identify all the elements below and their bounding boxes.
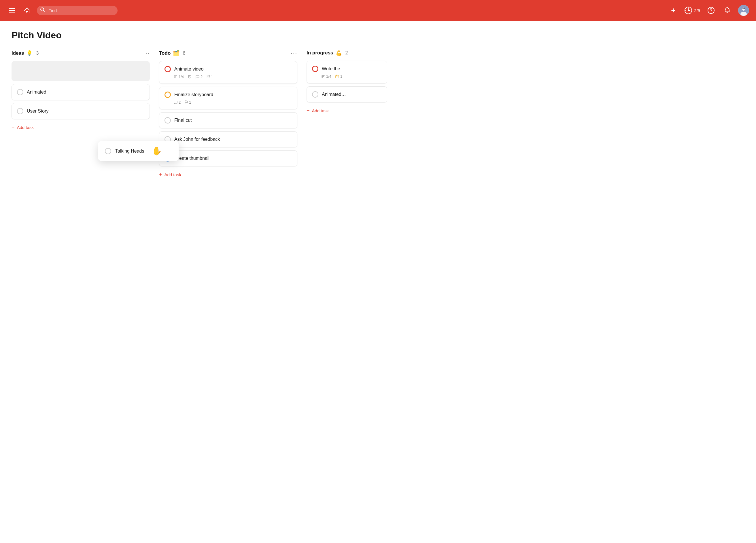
task-row: Ask John for feedback xyxy=(165,136,292,143)
meta-comments-finalize: 2 xyxy=(174,100,181,105)
meta-subtask-write: 1/4 xyxy=(321,74,331,79)
task-card-user-story[interactable]: User Story xyxy=(12,103,150,119)
task-row: Animate video xyxy=(165,66,292,72)
meta-flags: 1 xyxy=(207,75,213,79)
placeholder-card xyxy=(12,61,150,81)
column-menu-todo[interactable]: ··· xyxy=(291,50,297,56)
svg-rect-1 xyxy=(9,10,15,11)
notifications-button[interactable] xyxy=(722,5,732,16)
svg-point-11 xyxy=(742,8,744,9)
nav-left xyxy=(7,5,664,16)
status-circle-red[interactable] xyxy=(165,66,171,72)
column-count-todo: 6 xyxy=(183,51,185,56)
search-input[interactable] xyxy=(37,6,118,15)
drag-tooltip-task-name: Talking Heads xyxy=(115,149,144,154)
help-button[interactable] xyxy=(706,5,716,16)
column-ideas: Ideas 💡 3 ··· Animated User Story xyxy=(12,50,150,133)
column-header-ideas: Ideas 💡 3 ··· xyxy=(12,50,150,56)
task-meta-finalize: 2 1 xyxy=(165,100,292,105)
page-title: Pitch Video xyxy=(12,30,744,41)
column-title-ideas: Ideas xyxy=(12,50,24,56)
add-task-ideas[interactable]: + Add task xyxy=(12,122,150,133)
task-meta-write: 1/4 1 xyxy=(312,74,382,79)
column-todo: Todo 🗂️ 6 ··· Animate video 1/4 xyxy=(159,50,297,180)
column-in-progress: In progress 💪 2 Write the… 1/4 xyxy=(307,50,387,116)
task-card-create-thumbnail[interactable]: Create thumbnail xyxy=(159,150,297,167)
task-row: User Story xyxy=(17,108,144,114)
add-task-label: Add task xyxy=(17,125,34,130)
status-circle-orange[interactable] xyxy=(165,92,171,98)
task-name-finalize-storyboard: Finalize storyboard xyxy=(174,92,213,97)
main-content: Pitch Video Ideas 💡 3 ··· Animated xyxy=(0,21,756,543)
add-task-plus-icon: + xyxy=(307,108,310,114)
drag-cursor-icon: ✋ xyxy=(152,146,162,156)
search-wrap xyxy=(37,6,118,15)
column-emoji-todo: 🗂️ xyxy=(173,50,179,56)
column-header-inprog: In progress 💪 2 xyxy=(307,50,387,56)
home-icon[interactable] xyxy=(22,5,32,16)
task-row: Create thumbnail xyxy=(165,155,292,162)
task-row: Write the… xyxy=(312,66,382,72)
task-row: Animated… xyxy=(312,91,382,98)
add-task-inprog[interactable]: + Add task xyxy=(307,105,387,116)
nav-right: + 2/5 xyxy=(668,5,749,16)
task-card-ask-john[interactable]: Ask John for feedback xyxy=(159,131,297,148)
task-name-write-the: Write the… xyxy=(322,66,345,71)
add-task-label: Add task xyxy=(312,108,329,113)
meta-subtask: 1/4 xyxy=(174,75,184,79)
task-name-final-cut: Final cut xyxy=(174,118,192,123)
avatar[interactable] xyxy=(738,5,749,16)
task-row: Animated xyxy=(17,89,144,95)
drag-tooltip: Talking Heads ✋ xyxy=(98,141,179,161)
meta-alarm xyxy=(188,75,192,79)
task-name-ask-john: Ask John for feedback xyxy=(174,137,220,142)
task-card-animated-inprog[interactable]: Animated… xyxy=(307,86,387,103)
svg-point-12 xyxy=(744,8,745,9)
add-task-plus-icon: + xyxy=(12,124,15,131)
task-name-animate-video: Animate video xyxy=(174,67,203,72)
menu-icon[interactable] xyxy=(7,5,17,16)
status-circle-empty[interactable] xyxy=(165,117,171,124)
svg-rect-0 xyxy=(9,8,15,9)
svg-rect-2 xyxy=(9,12,15,13)
status-circle-empty[interactable] xyxy=(312,91,318,98)
column-count-inprog: 2 xyxy=(345,50,348,56)
drag-tooltip-status xyxy=(105,148,111,154)
top-navigation: + 2/5 xyxy=(0,0,756,21)
add-task-label: Add task xyxy=(165,172,181,177)
add-button[interactable]: + xyxy=(668,5,678,16)
task-card-finalize-storyboard[interactable]: Finalize storyboard 2 1 xyxy=(159,87,297,109)
task-name-user-story: User Story xyxy=(27,109,49,114)
status-circle-empty[interactable] xyxy=(17,108,23,114)
timer-text: 2/5 xyxy=(694,8,700,13)
add-task-plus-icon: + xyxy=(159,172,162,178)
status-circle-empty[interactable] xyxy=(17,89,23,95)
column-menu-ideas[interactable]: ··· xyxy=(143,50,150,56)
column-title-inprog: In progress xyxy=(307,50,333,56)
task-name-animated: Animated xyxy=(27,90,46,95)
column-header-todo: Todo 🗂️ 6 ··· xyxy=(159,50,297,56)
column-emoji-inprog: 💪 xyxy=(336,50,342,56)
task-row: Final cut xyxy=(165,117,292,124)
task-card-animate-video[interactable]: Animate video 1/4 2 xyxy=(159,61,297,84)
column-emoji-ideas: 💡 xyxy=(26,50,33,56)
svg-rect-14 xyxy=(336,75,339,78)
task-name-create-thumbnail: Create thumbnail xyxy=(174,156,209,161)
task-meta-animate-video: 1/4 2 1 xyxy=(165,75,292,79)
task-card-animated[interactable]: Animated xyxy=(12,84,150,100)
meta-comments: 2 xyxy=(196,75,203,79)
task-card-write-the[interactable]: Write the… 1/4 1 xyxy=(307,61,387,84)
timer-badge[interactable]: 2/5 xyxy=(684,6,700,14)
task-name-animated-inprog: Animated… xyxy=(322,92,346,97)
svg-point-6 xyxy=(711,12,711,12)
column-title-todo: Todo xyxy=(159,50,171,56)
status-circle-red[interactable] xyxy=(312,66,318,72)
meta-flags-finalize: 1 xyxy=(185,100,191,105)
add-task-todo[interactable]: + Add task xyxy=(159,169,297,180)
task-row: Finalize storyboard xyxy=(165,92,292,98)
task-card-final-cut[interactable]: Final cut xyxy=(159,112,297,128)
column-count-ideas: 3 xyxy=(36,51,39,56)
meta-calendar-write: 1 xyxy=(335,74,342,79)
